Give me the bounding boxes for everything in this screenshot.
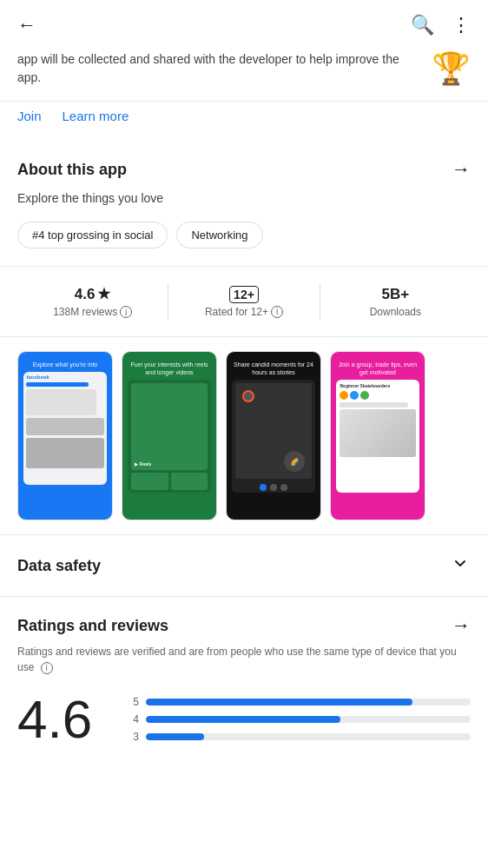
screenshot-4[interactable]: Join a group, trade tips, even get motiv… <box>330 351 425 520</box>
tag-top-grossing: #4 top grossing in social <box>17 222 168 248</box>
screenshot-3[interactable]: Share candid moments for 24 hours as sto… <box>226 351 321 520</box>
rating-label: 138M reviews i <box>17 306 168 318</box>
bar-label-3: 3 <box>130 731 139 743</box>
ratings-info-icon[interactable]: i <box>41 662 53 674</box>
downloads-label: Downloads <box>320 306 471 318</box>
screenshot-3-caption: Share candid moments for 24 hours as sto… <box>227 357 320 376</box>
ratings-arrow-button[interactable]: → <box>452 614 471 637</box>
search-button[interactable]: 🔍 <box>411 14 434 36</box>
learn-more-link[interactable]: Learn more <box>63 109 129 123</box>
bar-fill-3 <box>146 733 204 740</box>
bar-row-4: 4 <box>130 713 471 726</box>
ratings-description: Ratings and reviews are verified and are… <box>17 644 471 675</box>
rating-value: 4.6 ★ <box>17 285 168 303</box>
about-section: About this app → Explore the things you … <box>0 141 488 267</box>
about-title: About this app <box>17 161 127 179</box>
downloads-value: 5B+ <box>320 286 471 303</box>
notice-links: Join Learn more <box>0 102 488 141</box>
bar-row-3: 3 <box>130 731 471 743</box>
screenshot-1[interactable]: Explore what you're into facebook <box>17 351 113 520</box>
bar-label-4: 4 <box>130 713 139 726</box>
bar-track-4 <box>146 716 471 723</box>
bar-fill-4 <box>146 716 340 723</box>
screenshot-2[interactable]: Fuel your interests with reels and longe… <box>122 351 217 520</box>
app-header: ← 🔍 ⋮ <box>0 0 488 50</box>
screenshot-4-mock: Beginner Skateboarders <box>336 380 419 493</box>
stat-rated: 12+ Rated for 12+ i <box>168 286 319 318</box>
bar-fill-5 <box>146 699 412 706</box>
data-safety-chevron[interactable] <box>450 553 471 579</box>
screenshot-1-mock: facebook <box>23 372 106 485</box>
tags-container: #4 top grossing in social Networking <box>17 222 471 248</box>
stats-section: 4.6 ★ 138M reviews i 12+ Rated for 12+ i… <box>0 267 488 337</box>
rated-info-icon[interactable]: i <box>271 306 283 318</box>
ratings-body: 4.6 5 4 3 <box>17 692 471 746</box>
screenshot-1-caption: Explore what you're into <box>28 357 103 368</box>
bar-label-5: 5 <box>130 696 139 708</box>
stat-downloads: 5B+ Downloads <box>320 286 471 318</box>
data-safety-section: Data safety <box>0 535 488 597</box>
rated-label: Rated for 12+ i <box>168 306 319 318</box>
bar-row-5: 5 <box>130 696 471 708</box>
data-safety-title: Data safety <box>17 557 101 575</box>
join-link[interactable]: Join <box>17 109 42 123</box>
star-icon: ★ <box>97 285 110 303</box>
screenshot-3-mock: 🌈 <box>232 380 314 493</box>
rating-bars: 5 4 3 <box>130 696 471 743</box>
about-arrow-button[interactable]: → <box>452 158 471 181</box>
header-actions: 🔍 ⋮ <box>411 14 471 36</box>
rating-info-icon[interactable]: i <box>120 306 132 318</box>
screenshots-section: Explore what you're into facebook Fuel y… <box>0 337 488 535</box>
rated-value: 12+ <box>168 286 319 303</box>
bar-track-3 <box>146 733 471 740</box>
trophy-icon: 🏆 <box>432 50 471 87</box>
about-header: About this app → <box>17 158 471 181</box>
screenshot-2-mock: ▶ Reels <box>128 380 210 493</box>
ratings-section: Ratings and reviews → Ratings and review… <box>0 597 488 764</box>
tag-networking: Networking <box>176 222 262 248</box>
big-rating-value: 4.6 <box>17 692 113 746</box>
screenshot-4-caption: Join a group, trade tips, even get motiv… <box>331 357 425 376</box>
ratings-title: Ratings and reviews <box>17 617 168 635</box>
ratings-header: Ratings and reviews → <box>17 614 471 637</box>
back-button[interactable]: ← <box>17 14 36 36</box>
bar-track-5 <box>146 699 471 706</box>
more-button[interactable]: ⋮ <box>452 14 471 36</box>
screenshot-2-caption: Fuel your interests with reels and longe… <box>122 357 216 376</box>
notice-text: app will be collected and shared with th… <box>17 50 421 87</box>
screenshots-row: Explore what you're into facebook Fuel y… <box>17 351 488 520</box>
about-subtitle: Explore the things you love <box>17 189 471 208</box>
notice-section: app will be collected and shared with th… <box>0 50 488 102</box>
stat-rating: 4.6 ★ 138M reviews i <box>17 285 168 318</box>
